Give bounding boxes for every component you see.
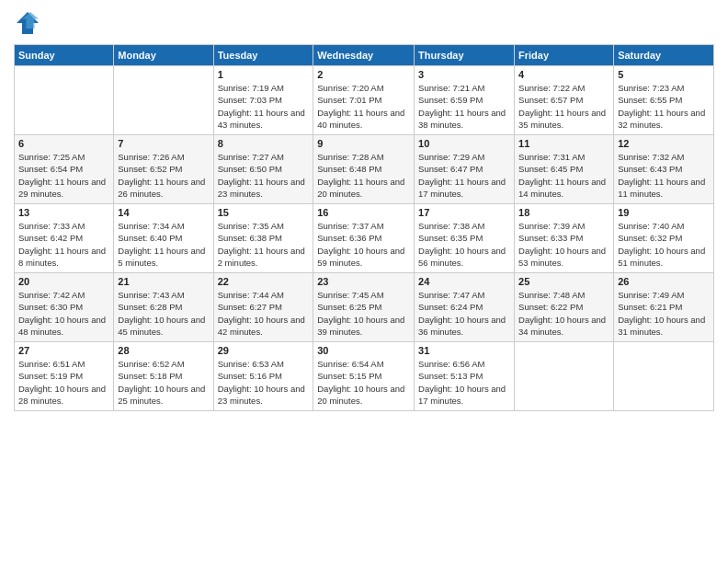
cell-day-number: 5 bbox=[618, 69, 710, 80]
cell-info: Sunrise: 6:52 AMSunset: 5:18 PMDaylight:… bbox=[118, 358, 209, 407]
calendar-cell bbox=[515, 342, 614, 411]
week-row: 13Sunrise: 7:33 AMSunset: 6:42 PMDayligh… bbox=[15, 204, 714, 273]
calendar-cell: 10Sunrise: 7:29 AMSunset: 6:47 PMDayligh… bbox=[415, 135, 515, 204]
calendar-cell: 4Sunrise: 7:22 AMSunset: 6:57 PMDaylight… bbox=[515, 66, 614, 135]
cell-day-number: 23 bbox=[317, 276, 410, 287]
cell-day-number: 8 bbox=[218, 138, 310, 149]
calendar-cell: 15Sunrise: 7:35 AMSunset: 6:38 PMDayligh… bbox=[213, 204, 313, 273]
cell-day-number: 26 bbox=[618, 276, 710, 287]
calendar-cell: 12Sunrise: 7:32 AMSunset: 6:43 PMDayligh… bbox=[614, 135, 714, 204]
day-header: Saturday bbox=[614, 45, 714, 66]
cell-info: Sunrise: 6:53 AMSunset: 5:16 PMDaylight:… bbox=[218, 358, 310, 407]
day-header: Wednesday bbox=[313, 45, 415, 66]
cell-day-number: 17 bbox=[418, 207, 510, 218]
cell-info: Sunrise: 7:35 AMSunset: 6:38 PMDaylight:… bbox=[218, 220, 310, 269]
calendar-cell: 13Sunrise: 7:33 AMSunset: 6:42 PMDayligh… bbox=[15, 204, 114, 273]
calendar-table: SundayMondayTuesdayWednesdayThursdayFrid… bbox=[14, 44, 714, 411]
calendar-cell: 27Sunrise: 6:51 AMSunset: 5:19 PMDayligh… bbox=[15, 342, 114, 411]
cell-day-number: 11 bbox=[518, 138, 609, 149]
page: SundayMondayTuesdayWednesdayThursdayFrid… bbox=[0, 0, 728, 563]
cell-info: Sunrise: 7:28 AMSunset: 6:48 PMDaylight:… bbox=[317, 151, 410, 200]
cell-info: Sunrise: 7:40 AMSunset: 6:32 PMDaylight:… bbox=[618, 220, 710, 269]
calendar-cell: 16Sunrise: 7:37 AMSunset: 6:36 PMDayligh… bbox=[313, 204, 415, 273]
cell-info: Sunrise: 7:34 AMSunset: 6:40 PMDaylight:… bbox=[118, 220, 209, 269]
cell-info: Sunrise: 7:20 AMSunset: 7:01 PMDaylight:… bbox=[317, 82, 410, 131]
calendar-cell bbox=[614, 342, 714, 411]
logo-icon bbox=[14, 9, 41, 37]
calendar-cell: 5Sunrise: 7:23 AMSunset: 6:55 PMDaylight… bbox=[614, 66, 714, 135]
day-header: Monday bbox=[114, 45, 213, 66]
header bbox=[14, 9, 714, 37]
calendar-cell: 2Sunrise: 7:20 AMSunset: 7:01 PMDaylight… bbox=[313, 66, 415, 135]
cell-info: Sunrise: 6:54 AMSunset: 5:15 PMDaylight:… bbox=[317, 358, 410, 407]
cell-day-number: 19 bbox=[618, 207, 710, 218]
cell-info: Sunrise: 7:32 AMSunset: 6:43 PMDaylight:… bbox=[618, 151, 710, 200]
cell-info: Sunrise: 7:47 AMSunset: 6:24 PMDaylight:… bbox=[418, 289, 510, 338]
day-header: Tuesday bbox=[213, 45, 313, 66]
cell-info: Sunrise: 7:45 AMSunset: 6:25 PMDaylight:… bbox=[317, 289, 410, 338]
calendar-cell: 31Sunrise: 6:56 AMSunset: 5:13 PMDayligh… bbox=[415, 342, 515, 411]
cell-day-number: 20 bbox=[18, 276, 109, 287]
cell-day-number: 30 bbox=[317, 345, 410, 356]
cell-day-number: 15 bbox=[218, 207, 310, 218]
cell-day-number: 3 bbox=[418, 69, 510, 80]
week-row: 20Sunrise: 7:42 AMSunset: 6:30 PMDayligh… bbox=[15, 273, 714, 342]
cell-info: Sunrise: 7:48 AMSunset: 6:22 PMDaylight:… bbox=[518, 289, 609, 338]
calendar-cell: 17Sunrise: 7:38 AMSunset: 6:35 PMDayligh… bbox=[415, 204, 515, 273]
calendar-cell: 3Sunrise: 7:21 AMSunset: 6:59 PMDaylight… bbox=[415, 66, 515, 135]
cell-info: Sunrise: 7:26 AMSunset: 6:52 PMDaylight:… bbox=[118, 151, 209, 200]
cell-info: Sunrise: 7:29 AMSunset: 6:47 PMDaylight:… bbox=[418, 151, 510, 200]
day-header: Thursday bbox=[415, 45, 515, 66]
calendar-cell: 14Sunrise: 7:34 AMSunset: 6:40 PMDayligh… bbox=[114, 204, 213, 273]
cell-info: Sunrise: 7:23 AMSunset: 6:55 PMDaylight:… bbox=[618, 82, 710, 131]
cell-day-number: 12 bbox=[618, 138, 710, 149]
week-row: 6Sunrise: 7:25 AMSunset: 6:54 PMDaylight… bbox=[15, 135, 714, 204]
cell-info: Sunrise: 7:25 AMSunset: 6:54 PMDaylight:… bbox=[18, 151, 109, 200]
week-row: 1Sunrise: 7:19 AMSunset: 7:03 PMDaylight… bbox=[15, 66, 714, 135]
cell-day-number: 22 bbox=[218, 276, 310, 287]
cell-info: Sunrise: 7:44 AMSunset: 6:27 PMDaylight:… bbox=[218, 289, 310, 338]
calendar-cell: 9Sunrise: 7:28 AMSunset: 6:48 PMDaylight… bbox=[313, 135, 415, 204]
cell-day-number: 6 bbox=[18, 138, 109, 149]
cell-day-number: 7 bbox=[118, 138, 209, 149]
cell-day-number: 4 bbox=[518, 69, 609, 80]
calendar-cell: 24Sunrise: 7:47 AMSunset: 6:24 PMDayligh… bbox=[415, 273, 515, 342]
cell-day-number: 29 bbox=[218, 345, 310, 356]
calendar-cell: 22Sunrise: 7:44 AMSunset: 6:27 PMDayligh… bbox=[213, 273, 313, 342]
cell-day-number: 27 bbox=[18, 345, 109, 356]
calendar-cell: 28Sunrise: 6:52 AMSunset: 5:18 PMDayligh… bbox=[114, 342, 213, 411]
cell-day-number: 24 bbox=[418, 276, 510, 287]
day-header: Sunday bbox=[15, 45, 114, 66]
cell-day-number: 9 bbox=[317, 138, 410, 149]
calendar-cell: 7Sunrise: 7:26 AMSunset: 6:52 PMDaylight… bbox=[114, 135, 213, 204]
cell-info: Sunrise: 7:39 AMSunset: 6:33 PMDaylight:… bbox=[518, 220, 609, 269]
cell-day-number: 16 bbox=[317, 207, 410, 218]
calendar-cell: 21Sunrise: 7:43 AMSunset: 6:28 PMDayligh… bbox=[114, 273, 213, 342]
header-row: SundayMondayTuesdayWednesdayThursdayFrid… bbox=[15, 45, 714, 66]
cell-day-number: 28 bbox=[118, 345, 209, 356]
week-row: 27Sunrise: 6:51 AMSunset: 5:19 PMDayligh… bbox=[15, 342, 714, 411]
calendar-cell: 20Sunrise: 7:42 AMSunset: 6:30 PMDayligh… bbox=[15, 273, 114, 342]
day-header: Friday bbox=[515, 45, 614, 66]
cell-info: Sunrise: 6:56 AMSunset: 5:13 PMDaylight:… bbox=[418, 358, 510, 407]
cell-day-number: 25 bbox=[518, 276, 609, 287]
logo bbox=[14, 9, 45, 37]
cell-info: Sunrise: 7:38 AMSunset: 6:35 PMDaylight:… bbox=[418, 220, 510, 269]
calendar-cell: 30Sunrise: 6:54 AMSunset: 5:15 PMDayligh… bbox=[313, 342, 415, 411]
cell-info: Sunrise: 7:31 AMSunset: 6:45 PMDaylight:… bbox=[518, 151, 609, 200]
cell-info: Sunrise: 7:42 AMSunset: 6:30 PMDaylight:… bbox=[18, 289, 109, 338]
calendar-cell: 8Sunrise: 7:27 AMSunset: 6:50 PMDaylight… bbox=[213, 135, 313, 204]
calendar-cell: 25Sunrise: 7:48 AMSunset: 6:22 PMDayligh… bbox=[515, 273, 614, 342]
cell-info: Sunrise: 7:19 AMSunset: 7:03 PMDaylight:… bbox=[218, 82, 310, 131]
cell-day-number: 2 bbox=[317, 69, 410, 80]
calendar-cell: 23Sunrise: 7:45 AMSunset: 6:25 PMDayligh… bbox=[313, 273, 415, 342]
cell-info: Sunrise: 7:21 AMSunset: 6:59 PMDaylight:… bbox=[418, 82, 510, 131]
calendar-cell: 18Sunrise: 7:39 AMSunset: 6:33 PMDayligh… bbox=[515, 204, 614, 273]
cell-info: Sunrise: 7:33 AMSunset: 6:42 PMDaylight:… bbox=[18, 220, 109, 269]
cell-info: Sunrise: 6:51 AMSunset: 5:19 PMDaylight:… bbox=[18, 358, 109, 407]
calendar-cell: 26Sunrise: 7:49 AMSunset: 6:21 PMDayligh… bbox=[614, 273, 714, 342]
cell-day-number: 18 bbox=[518, 207, 609, 218]
cell-day-number: 14 bbox=[118, 207, 209, 218]
cell-info: Sunrise: 7:37 AMSunset: 6:36 PMDaylight:… bbox=[317, 220, 410, 269]
cell-day-number: 13 bbox=[18, 207, 109, 218]
